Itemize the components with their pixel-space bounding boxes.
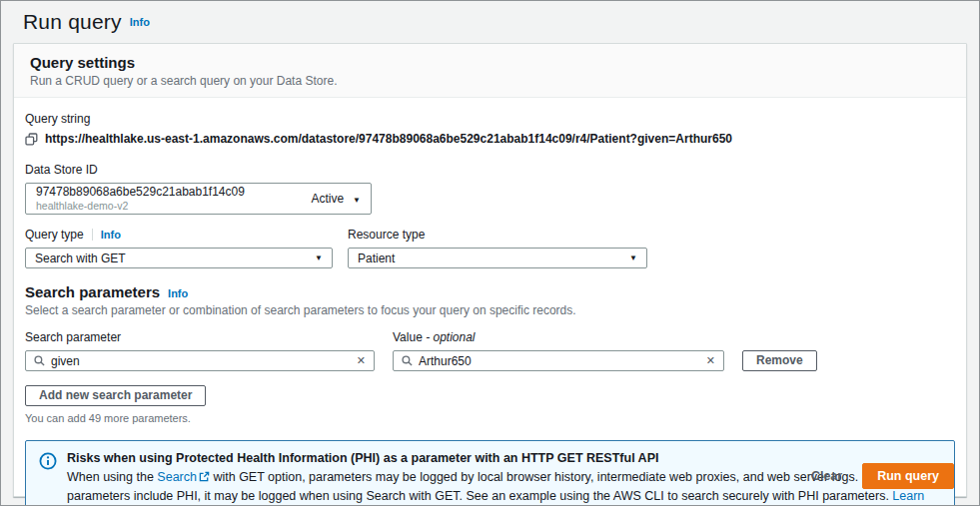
resource-type-label: Resource type — [348, 228, 425, 242]
search-parameters-header: Search parameters Info — [25, 283, 955, 300]
value-field: Value - optional ✕ — [393, 330, 724, 371]
query-type-info-link[interactable]: Info — [101, 229, 121, 241]
clear-icon[interactable]: ✕ — [357, 355, 366, 366]
page-info-link[interactable]: Info — [130, 16, 150, 28]
parameters-remaining-note: You can add 49 more parameters. — [25, 412, 955, 424]
data-store-option: 97478b89068a6be529c21abab1f14c09 healthl… — [36, 185, 245, 213]
remove-button[interactable]: Remove — [742, 350, 817, 371]
query-type-select[interactable]: Search with GET ▼ — [25, 248, 333, 268]
search-parameter-input-wrap: ✕ — [25, 350, 375, 371]
panel-body: Query string https://healthlake.us-east-… — [14, 98, 966, 506]
search-parameter-input[interactable] — [51, 354, 351, 368]
value-input[interactable] — [419, 354, 700, 368]
data-store-select[interactable]: 97478b89068a6be529c21abab1f14c09 healthl… — [25, 183, 372, 215]
chevron-down-icon: ▼ — [353, 197, 361, 205]
alert-title: Risks when using Protected Health Inform… — [67, 449, 940, 468]
value-input-wrap: ✕ — [393, 350, 724, 371]
remove-column: Remove — [742, 330, 817, 371]
panel-header: Query settings Run a CRUD query or a sea… — [14, 44, 966, 98]
search-doc-link[interactable]: Search — [157, 470, 210, 484]
search-icon — [34, 355, 45, 366]
query-string-label: Query string — [25, 112, 955, 126]
search-parameter-label: Search parameter — [25, 330, 375, 344]
data-store-select-right: Active ▼ — [311, 192, 361, 206]
data-store-status: Active — [311, 192, 344, 206]
page-title: Run query — [23, 10, 122, 34]
search-parameters-description: Select a search parameter or combination… — [25, 303, 955, 317]
chevron-down-icon: ▼ — [315, 254, 323, 262]
search-icon — [402, 355, 413, 366]
label-divider — [92, 229, 93, 241]
resource-type-select[interactable]: Patient ▼ — [348, 248, 647, 268]
data-store-id: 97478b89068a6be529c21abab1f14c09 — [36, 185, 245, 200]
page-header: Run query Info — [1, 1, 979, 34]
value-label: Value - optional — [393, 330, 724, 344]
resource-type-selected: Patient — [358, 252, 395, 265]
type-selects-row: Query type Info Search with GET ▼ Resour… — [25, 228, 955, 268]
panel-title: Query settings — [30, 54, 950, 71]
query-string-value: https://healthlake.us-east-1.amazonaws.c… — [45, 132, 732, 146]
alert-content: Risks when using Protected Health Inform… — [67, 449, 940, 506]
search-parameter-field: Search parameter ✕ — [25, 330, 375, 371]
chevron-down-icon: ▼ — [629, 254, 637, 262]
external-link-icon — [199, 471, 210, 482]
optional-label: - optional — [426, 330, 475, 344]
panel-description: Run a CRUD query or a search query on yo… — [30, 74, 950, 88]
resource-type-field: Resource type Patient ▼ — [348, 228, 647, 268]
search-parameters-info-link[interactable]: Info — [168, 287, 188, 299]
info-circle-icon — [39, 452, 57, 470]
add-search-parameter-button[interactable]: Add new search parameter — [25, 385, 206, 406]
data-store-name: healthlake-demo-v2 — [36, 200, 245, 213]
clear-button[interactable]: Clear — [811, 469, 842, 483]
alert-body: When using the Search with GET option, p… — [67, 468, 940, 506]
copy-icon[interactable] — [25, 133, 38, 146]
run-query-button[interactable]: Run query — [862, 463, 954, 489]
parameter-row: Search parameter ✕ Value - optional — [25, 330, 955, 371]
query-string-row: https://healthlake.us-east-1.amazonaws.c… — [25, 132, 955, 146]
clear-icon[interactable]: ✕ — [706, 355, 715, 366]
search-parameters-title: Search parameters — [25, 283, 160, 300]
panel-actions: Clear Run query — [811, 463, 954, 489]
data-store-label: Data Store ID — [25, 163, 955, 177]
query-settings-panel: Query settings Run a CRUD query or a sea… — [13, 43, 967, 497]
query-type-selected: Search with GET — [35, 252, 126, 265]
query-type-label: Query type — [25, 228, 84, 242]
query-type-field: Query type Info Search with GET ▼ — [25, 228, 333, 268]
